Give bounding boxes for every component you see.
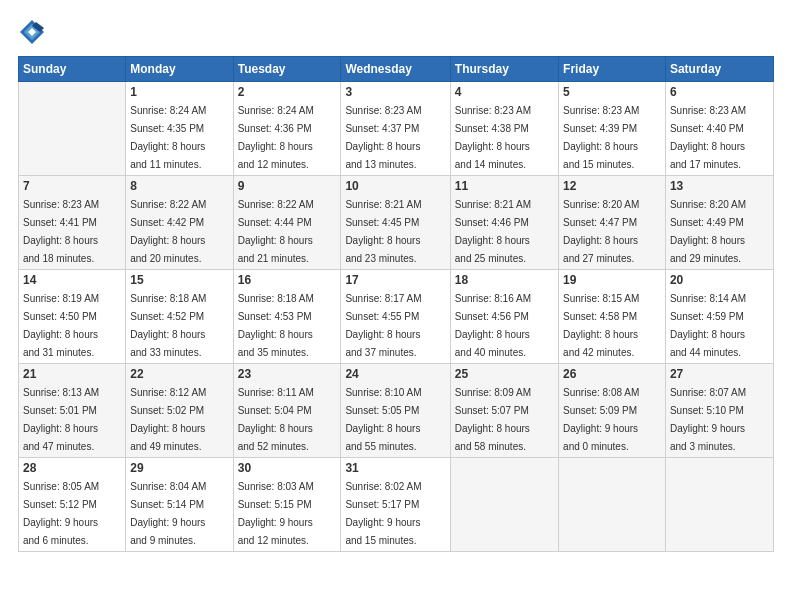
day-number: 19 bbox=[563, 273, 661, 287]
header-day-saturday: Saturday bbox=[665, 57, 773, 82]
day-cell: 3Sunrise: 8:23 AM Sunset: 4:37 PM Daylig… bbox=[341, 82, 450, 176]
day-cell: 30Sunrise: 8:03 AM Sunset: 5:15 PM Dayli… bbox=[233, 458, 341, 552]
day-info: Sunrise: 8:11 AM Sunset: 5:04 PM Dayligh… bbox=[238, 387, 314, 452]
calendar-table: SundayMondayTuesdayWednesdayThursdayFrid… bbox=[18, 56, 774, 552]
day-info: Sunrise: 8:21 AM Sunset: 4:46 PM Dayligh… bbox=[455, 199, 531, 264]
day-cell: 20Sunrise: 8:14 AM Sunset: 4:59 PM Dayli… bbox=[665, 270, 773, 364]
week-row-2: 7Sunrise: 8:23 AM Sunset: 4:41 PM Daylig… bbox=[19, 176, 774, 270]
day-info: Sunrise: 8:16 AM Sunset: 4:56 PM Dayligh… bbox=[455, 293, 531, 358]
day-number: 28 bbox=[23, 461, 121, 475]
day-cell: 12Sunrise: 8:20 AM Sunset: 4:47 PM Dayli… bbox=[559, 176, 666, 270]
day-info: Sunrise: 8:23 AM Sunset: 4:38 PM Dayligh… bbox=[455, 105, 531, 170]
day-cell: 10Sunrise: 8:21 AM Sunset: 4:45 PM Dayli… bbox=[341, 176, 450, 270]
day-number: 22 bbox=[130, 367, 228, 381]
day-number: 16 bbox=[238, 273, 337, 287]
day-info: Sunrise: 8:14 AM Sunset: 4:59 PM Dayligh… bbox=[670, 293, 746, 358]
day-info: Sunrise: 8:02 AM Sunset: 5:17 PM Dayligh… bbox=[345, 481, 421, 546]
day-info: Sunrise: 8:23 AM Sunset: 4:39 PM Dayligh… bbox=[563, 105, 639, 170]
day-info: Sunrise: 8:08 AM Sunset: 5:09 PM Dayligh… bbox=[563, 387, 639, 452]
header bbox=[18, 18, 774, 46]
day-info: Sunrise: 8:20 AM Sunset: 4:47 PM Dayligh… bbox=[563, 199, 639, 264]
day-info: Sunrise: 8:21 AM Sunset: 4:45 PM Dayligh… bbox=[345, 199, 421, 264]
day-info: Sunrise: 8:18 AM Sunset: 4:53 PM Dayligh… bbox=[238, 293, 314, 358]
header-day-sunday: Sunday bbox=[19, 57, 126, 82]
day-info: Sunrise: 8:13 AM Sunset: 5:01 PM Dayligh… bbox=[23, 387, 99, 452]
day-cell: 11Sunrise: 8:21 AM Sunset: 4:46 PM Dayli… bbox=[450, 176, 558, 270]
day-cell: 14Sunrise: 8:19 AM Sunset: 4:50 PM Dayli… bbox=[19, 270, 126, 364]
day-info: Sunrise: 8:23 AM Sunset: 4:40 PM Dayligh… bbox=[670, 105, 746, 170]
day-cell: 1Sunrise: 8:24 AM Sunset: 4:35 PM Daylig… bbox=[126, 82, 233, 176]
day-number: 17 bbox=[345, 273, 445, 287]
day-cell: 13Sunrise: 8:20 AM Sunset: 4:49 PM Dayli… bbox=[665, 176, 773, 270]
day-cell: 18Sunrise: 8:16 AM Sunset: 4:56 PM Dayli… bbox=[450, 270, 558, 364]
day-cell: 15Sunrise: 8:18 AM Sunset: 4:52 PM Dayli… bbox=[126, 270, 233, 364]
day-number: 2 bbox=[238, 85, 337, 99]
day-cell bbox=[665, 458, 773, 552]
day-number: 20 bbox=[670, 273, 769, 287]
day-cell: 9Sunrise: 8:22 AM Sunset: 4:44 PM Daylig… bbox=[233, 176, 341, 270]
day-cell: 8Sunrise: 8:22 AM Sunset: 4:42 PM Daylig… bbox=[126, 176, 233, 270]
day-info: Sunrise: 8:03 AM Sunset: 5:15 PM Dayligh… bbox=[238, 481, 314, 546]
day-cell: 17Sunrise: 8:17 AM Sunset: 4:55 PM Dayli… bbox=[341, 270, 450, 364]
week-row-1: 1Sunrise: 8:24 AM Sunset: 4:35 PM Daylig… bbox=[19, 82, 774, 176]
logo-icon bbox=[18, 18, 46, 46]
day-cell: 25Sunrise: 8:09 AM Sunset: 5:07 PM Dayli… bbox=[450, 364, 558, 458]
day-number: 1 bbox=[130, 85, 228, 99]
day-cell: 5Sunrise: 8:23 AM Sunset: 4:39 PM Daylig… bbox=[559, 82, 666, 176]
day-cell: 27Sunrise: 8:07 AM Sunset: 5:10 PM Dayli… bbox=[665, 364, 773, 458]
day-info: Sunrise: 8:12 AM Sunset: 5:02 PM Dayligh… bbox=[130, 387, 206, 452]
calendar-body: 1Sunrise: 8:24 AM Sunset: 4:35 PM Daylig… bbox=[19, 82, 774, 552]
day-info: Sunrise: 8:23 AM Sunset: 4:37 PM Dayligh… bbox=[345, 105, 421, 170]
day-cell bbox=[559, 458, 666, 552]
day-info: Sunrise: 8:10 AM Sunset: 5:05 PM Dayligh… bbox=[345, 387, 421, 452]
day-number: 24 bbox=[345, 367, 445, 381]
day-cell bbox=[450, 458, 558, 552]
day-info: Sunrise: 8:20 AM Sunset: 4:49 PM Dayligh… bbox=[670, 199, 746, 264]
page: SundayMondayTuesdayWednesdayThursdayFrid… bbox=[0, 0, 792, 612]
day-number: 14 bbox=[23, 273, 121, 287]
day-info: Sunrise: 8:22 AM Sunset: 4:44 PM Dayligh… bbox=[238, 199, 314, 264]
day-number: 13 bbox=[670, 179, 769, 193]
logo bbox=[18, 18, 50, 46]
day-number: 9 bbox=[238, 179, 337, 193]
day-number: 30 bbox=[238, 461, 337, 475]
day-cell: 16Sunrise: 8:18 AM Sunset: 4:53 PM Dayli… bbox=[233, 270, 341, 364]
day-number: 21 bbox=[23, 367, 121, 381]
day-cell: 2Sunrise: 8:24 AM Sunset: 4:36 PM Daylig… bbox=[233, 82, 341, 176]
day-info: Sunrise: 8:05 AM Sunset: 5:12 PM Dayligh… bbox=[23, 481, 99, 546]
day-number: 5 bbox=[563, 85, 661, 99]
day-number: 12 bbox=[563, 179, 661, 193]
day-number: 31 bbox=[345, 461, 445, 475]
day-number: 10 bbox=[345, 179, 445, 193]
day-cell: 7Sunrise: 8:23 AM Sunset: 4:41 PM Daylig… bbox=[19, 176, 126, 270]
day-cell: 4Sunrise: 8:23 AM Sunset: 4:38 PM Daylig… bbox=[450, 82, 558, 176]
day-number: 7 bbox=[23, 179, 121, 193]
header-day-monday: Monday bbox=[126, 57, 233, 82]
day-cell: 19Sunrise: 8:15 AM Sunset: 4:58 PM Dayli… bbox=[559, 270, 666, 364]
day-info: Sunrise: 8:23 AM Sunset: 4:41 PM Dayligh… bbox=[23, 199, 99, 264]
day-number: 27 bbox=[670, 367, 769, 381]
day-cell: 31Sunrise: 8:02 AM Sunset: 5:17 PM Dayli… bbox=[341, 458, 450, 552]
day-cell: 24Sunrise: 8:10 AM Sunset: 5:05 PM Dayli… bbox=[341, 364, 450, 458]
day-number: 8 bbox=[130, 179, 228, 193]
day-cell: 28Sunrise: 8:05 AM Sunset: 5:12 PM Dayli… bbox=[19, 458, 126, 552]
day-info: Sunrise: 8:09 AM Sunset: 5:07 PM Dayligh… bbox=[455, 387, 531, 452]
day-info: Sunrise: 8:18 AM Sunset: 4:52 PM Dayligh… bbox=[130, 293, 206, 358]
day-number: 6 bbox=[670, 85, 769, 99]
day-number: 3 bbox=[345, 85, 445, 99]
day-number: 15 bbox=[130, 273, 228, 287]
day-info: Sunrise: 8:15 AM Sunset: 4:58 PM Dayligh… bbox=[563, 293, 639, 358]
day-number: 11 bbox=[455, 179, 554, 193]
week-row-4: 21Sunrise: 8:13 AM Sunset: 5:01 PM Dayli… bbox=[19, 364, 774, 458]
day-info: Sunrise: 8:19 AM Sunset: 4:50 PM Dayligh… bbox=[23, 293, 99, 358]
day-cell: 21Sunrise: 8:13 AM Sunset: 5:01 PM Dayli… bbox=[19, 364, 126, 458]
day-info: Sunrise: 8:07 AM Sunset: 5:10 PM Dayligh… bbox=[670, 387, 746, 452]
header-day-wednesday: Wednesday bbox=[341, 57, 450, 82]
day-cell: 26Sunrise: 8:08 AM Sunset: 5:09 PM Dayli… bbox=[559, 364, 666, 458]
day-cell: 22Sunrise: 8:12 AM Sunset: 5:02 PM Dayli… bbox=[126, 364, 233, 458]
header-day-thursday: Thursday bbox=[450, 57, 558, 82]
header-row: SundayMondayTuesdayWednesdayThursdayFrid… bbox=[19, 57, 774, 82]
calendar-header: SundayMondayTuesdayWednesdayThursdayFrid… bbox=[19, 57, 774, 82]
week-row-3: 14Sunrise: 8:19 AM Sunset: 4:50 PM Dayli… bbox=[19, 270, 774, 364]
day-number: 4 bbox=[455, 85, 554, 99]
